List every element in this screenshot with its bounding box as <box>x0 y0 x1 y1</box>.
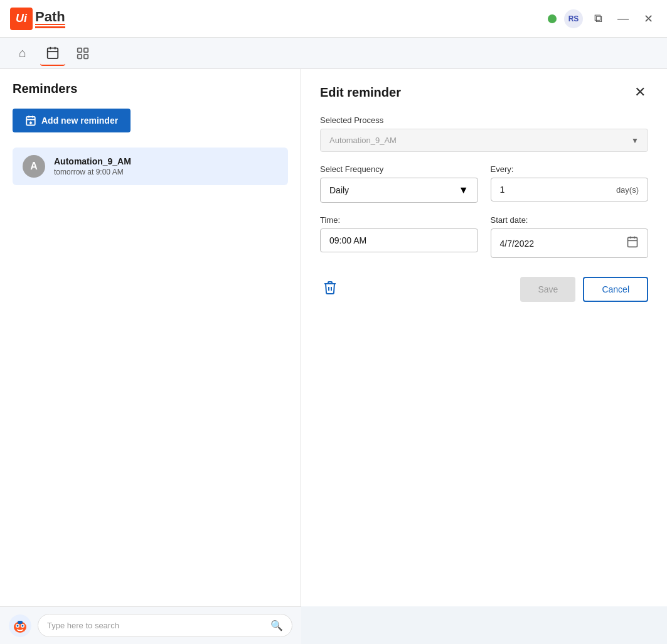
chevron-down-icon: ▼ <box>631 136 639 145</box>
frequency-value: Daily <box>329 185 349 195</box>
every-label: Every: <box>491 164 649 174</box>
search-icon: 🔍 <box>270 620 283 631</box>
start-date-value: 4/7/2022 <box>500 239 535 249</box>
search-placeholder-text: Type here to search <box>47 621 119 630</box>
minimize-button[interactable]: — <box>614 11 632 26</box>
close-edit-button[interactable]: ✕ <box>632 84 648 100</box>
svg-rect-5 <box>84 48 88 51</box>
every-input[interactable] <box>500 185 538 195</box>
nav-tab-apps[interactable] <box>70 41 95 66</box>
every-col: Every: day(s) <box>491 164 649 203</box>
panel-title: Reminders <box>13 82 288 96</box>
every-unit: day(s) <box>616 185 639 195</box>
logo-letter: Ui <box>16 12 27 25</box>
reminder-info: Automation_9_AM tomorrow at 9:00 AM <box>54 156 131 176</box>
process-select-value: Automation_9_AM <box>329 136 397 145</box>
nav-tab-reminders[interactable] <box>40 41 65 66</box>
frequency-col: Select Frequency Daily ▼ <box>320 164 478 203</box>
layout-toggle-button[interactable]: ⧉ <box>590 11 606 26</box>
action-row: Save Cancel <box>320 277 648 302</box>
calendar-icon[interactable] <box>626 235 639 251</box>
reminder-time: tomorrow at 9:00 AM <box>54 168 131 176</box>
time-col: Time: <box>320 215 478 258</box>
logo-box: Ui <box>10 8 33 30</box>
svg-rect-0 <box>48 48 58 58</box>
date-input-wrapper[interactable]: 4/7/2022 <box>491 228 649 258</box>
logo-text: Path <box>35 9 65 24</box>
taskbar-search[interactable]: Type here to search 🔍 <box>38 614 292 637</box>
start-date-col: Start date: 4/7/2022 <box>491 215 649 258</box>
title-bar: Ui Path RS ⧉ — ✕ <box>0 0 667 38</box>
svg-rect-4 <box>78 48 82 51</box>
time-label: Time: <box>320 215 478 225</box>
status-dot <box>548 14 557 23</box>
svg-point-23 <box>22 625 24 626</box>
svg-rect-14 <box>628 237 638 247</box>
reminder-avatar: A <box>23 155 45 178</box>
time-date-row: Time: Start date: 4/7/2022 <box>320 215 648 258</box>
every-field: day(s) <box>491 178 649 201</box>
edit-title: Edit reminder <box>320 85 401 100</box>
logo-underline <box>35 26 65 28</box>
start-date-label: Start date: <box>491 215 649 225</box>
reminder-name: Automation_9_AM <box>54 156 131 166</box>
add-reminder-label: Add new reminder <box>41 115 118 126</box>
svg-rect-24 <box>18 621 23 624</box>
selected-process-section: Selected Process Automation_9_AM ▼ <box>320 115 648 152</box>
frequency-chevron-icon: ▼ <box>459 185 469 196</box>
close-window-button[interactable]: ✕ <box>640 11 657 27</box>
svg-rect-7 <box>84 54 88 58</box>
left-panel: Reminders Add new reminder A Automation_… <box>0 69 301 606</box>
user-avatar: RS <box>564 9 583 28</box>
right-panel: Edit reminder ✕ Selected Process Automat… <box>301 69 667 606</box>
action-buttons: Save Cancel <box>520 277 648 302</box>
time-input[interactable] <box>320 228 478 252</box>
frequency-row: Select Frequency Daily ▼ Every: day(s) <box>320 164 648 203</box>
logo: Ui Path <box>10 8 65 30</box>
taskbar-app-icon[interactable] <box>9 614 31 637</box>
cancel-button[interactable]: Cancel <box>583 277 648 302</box>
nav-bar: ⌂ <box>0 38 667 69</box>
taskbar: Type here to search 🔍 <box>0 606 301 644</box>
svg-rect-6 <box>78 54 82 58</box>
frequency-label: Select Frequency <box>320 164 478 174</box>
title-bar-right: RS ⧉ — ✕ <box>548 9 657 28</box>
frequency-dropdown[interactable]: Daily ▼ <box>320 178 478 203</box>
reminder-list-item[interactable]: A Automation_9_AM tomorrow at 9:00 AM <box>13 148 288 185</box>
save-button[interactable]: Save <box>520 277 575 302</box>
edit-header: Edit reminder ✕ <box>320 84 648 100</box>
process-select-dropdown[interactable]: Automation_9_AM ▼ <box>320 129 648 152</box>
selected-process-label: Selected Process <box>320 115 648 125</box>
nav-tab-home[interactable]: ⌂ <box>10 41 35 66</box>
main-content: Reminders Add new reminder A Automation_… <box>0 69 667 606</box>
delete-button[interactable] <box>320 277 340 301</box>
add-reminder-button[interactable]: Add new reminder <box>13 109 131 132</box>
svg-point-22 <box>17 625 19 626</box>
